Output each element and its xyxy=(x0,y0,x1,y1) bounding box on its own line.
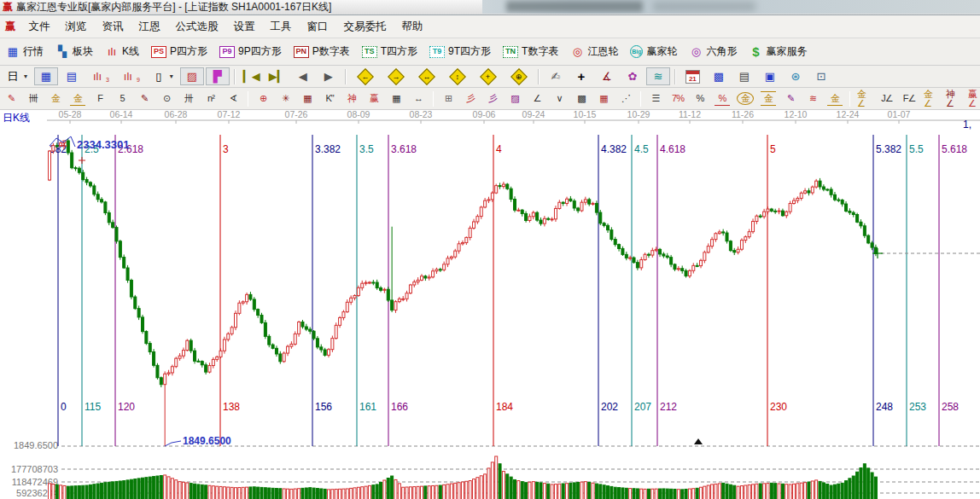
span-measure-button[interactable]: ↔ xyxy=(407,90,429,107)
step-back-button[interactable]: ◀ xyxy=(291,67,315,85)
grid-red-button[interactable]: ▦ xyxy=(592,90,615,107)
p-number-table-button[interactable]: PNP数字表 xyxy=(289,42,355,61)
menu-browse[interactable]: 浏览 xyxy=(58,19,95,34)
shen-angle-button[interactable]: 神∠ xyxy=(942,90,965,107)
period-daily-dropdown-icon[interactable]: ▾ xyxy=(24,73,27,80)
window-frame-button[interactable]: ⊞ xyxy=(437,90,459,107)
notes-button[interactable]: ▤ xyxy=(732,67,756,85)
f10-info-button[interactable]: ▤ xyxy=(60,67,84,85)
menu-trade-entrust[interactable]: 交易委托 xyxy=(336,19,394,34)
gann-grid-button[interactable]: ▦ xyxy=(34,67,58,85)
menu-tools[interactable]: 工具 xyxy=(263,19,300,34)
menu-news[interactable]: 资讯 xyxy=(95,19,131,34)
save-button[interactable]: ▣ xyxy=(758,67,782,85)
indicator-panel-button[interactable]: ☰ xyxy=(645,90,667,107)
zoom-all-button[interactable]: + xyxy=(474,67,503,87)
gold-angle-2-button[interactable]: 金∠ xyxy=(920,90,942,107)
j-angle-button[interactable]: J∠ xyxy=(876,90,898,107)
period-daily-button[interactable]: 日▾ xyxy=(1,67,32,85)
zoom-horizontal-button[interactable]: ↔ xyxy=(412,67,441,87)
shen-grid-button[interactable]: 神 xyxy=(341,90,363,107)
kline-chart[interactable]: 05-2806-1406-2807-1207-2608-0908-2309-06… xyxy=(0,110,980,499)
f-angle-button[interactable]: F∠ xyxy=(898,90,920,107)
wave-red-button[interactable]: ≋ xyxy=(802,90,824,107)
target-circle-button[interactable]: ⊕ xyxy=(252,90,274,107)
percent-red-button[interactable]: % xyxy=(711,90,733,108)
gold-square-2-button[interactable]: 金 xyxy=(67,90,89,108)
candle-style-dropdown-icon[interactable]: ▾ xyxy=(170,73,173,80)
percent-slope-button[interactable]: 7% xyxy=(667,90,689,107)
hand-pan-button[interactable]: ✍ xyxy=(544,67,568,85)
gann-wheel-button[interactable]: ◎江恩轮 xyxy=(565,42,623,61)
fan-box-button[interactable]: 彡 xyxy=(481,90,504,107)
winner-service-button[interactable]: $赢家服务 xyxy=(744,42,812,61)
bars-9-button[interactable]: ılı9 xyxy=(116,67,145,85)
t-square-button[interactable]: TST四方形 xyxy=(357,42,423,61)
gann-box-button[interactable]: ▨ xyxy=(180,67,204,85)
angle-measure-button[interactable]: ∡ xyxy=(595,67,619,85)
shift-right-button[interactable]: → xyxy=(382,67,411,87)
menu-formula-select[interactable]: 公式选股 xyxy=(168,19,226,34)
menu-settings[interactable]: 设置 xyxy=(226,19,263,34)
fence-2-button[interactable]: 卅 xyxy=(178,90,200,107)
net-box-button[interactable]: ▨ xyxy=(504,90,526,107)
menu-help[interactable]: 帮助 xyxy=(394,19,431,34)
menu-file[interactable]: 文件 xyxy=(21,19,58,34)
gold-circle-button[interactable]: 金 xyxy=(733,90,757,107)
move-all-button[interactable]: ⊕ xyxy=(505,67,534,87)
menu-window-menu[interactable]: 窗口 xyxy=(300,19,336,34)
calculator-button[interactable]: ▩ xyxy=(707,67,731,85)
star-burst-button[interactable]: ✳ xyxy=(274,90,296,107)
zoom-vertical-button[interactable]: ↕ xyxy=(443,67,472,87)
export-web-button[interactable]: ⊛ xyxy=(784,67,808,85)
purple-tool-button[interactable]: ✿ xyxy=(621,67,645,85)
gold-underline-button[interactable]: 金 xyxy=(824,90,846,108)
kline-button[interactable]: ılıK线 xyxy=(100,42,144,61)
bars-3-button[interactable]: ılı3 xyxy=(85,67,114,85)
color-histogram-button[interactable]: ▛ xyxy=(206,67,230,85)
gold-square-button[interactable]: 金 xyxy=(44,90,67,107)
pen-button[interactable]: ✎ xyxy=(0,90,22,107)
9p-square-button[interactable]: P99P四方形 xyxy=(214,42,287,61)
gold-square-icon: 金 xyxy=(48,92,63,105)
grid-123-button[interactable]: ▦ xyxy=(385,90,407,107)
time-circle-button[interactable]: ⊙ xyxy=(155,90,178,107)
mirror-angle-button[interactable]: ∢ xyxy=(222,90,244,107)
k-mark-button[interactable]: K" xyxy=(318,90,341,107)
hexagon-button[interactable]: ◎六角形 xyxy=(684,42,742,61)
five-square-button[interactable]: 5 xyxy=(111,90,133,107)
crosshair-button[interactable]: + xyxy=(569,67,593,85)
percent-button[interactable]: % xyxy=(689,90,711,107)
fan-lines-button[interactable]: 彡 xyxy=(459,90,481,107)
candle-style-button[interactable]: ▯▾ xyxy=(147,67,178,85)
wave-sketch-button[interactable]: ≋ xyxy=(646,67,670,85)
date-label: 12-24 xyxy=(837,110,860,119)
sector-button[interactable]: ▚板块 xyxy=(50,42,98,61)
slant-lines-button[interactable]: ⋰ xyxy=(615,90,637,107)
gold-lines-button[interactable]: 金 xyxy=(757,89,779,108)
p-square-button[interactable]: PSP四方形 xyxy=(146,42,213,61)
t-number-table-button[interactable]: TNT数字表 xyxy=(498,42,563,61)
n-square-button[interactable]: n² xyxy=(200,90,222,107)
menu-gann[interactable]: 江恩 xyxy=(131,19,168,34)
calendar-button[interactable]: 21 xyxy=(680,67,705,86)
grid-dark-button[interactable]: ▩ xyxy=(570,90,592,107)
gold-angle-button[interactable]: 金∠ xyxy=(854,90,876,107)
shift-left-button[interactable]: ← xyxy=(351,67,380,87)
ying-angle-button[interactable]: 赢∠ xyxy=(965,90,980,107)
ying-grid-button[interactable]: 赢 xyxy=(363,90,385,107)
jump-last-button[interactable]: ▶▎ xyxy=(265,67,289,85)
step-forward-button[interactable]: ▶ xyxy=(317,67,341,85)
pen-2-button[interactable]: ✎ xyxy=(133,90,155,107)
print-button[interactable]: ⊡ xyxy=(809,67,833,85)
jump-first-button[interactable]: ▎◀ xyxy=(240,67,264,85)
9t-square-button[interactable]: T99T四方形 xyxy=(424,42,496,61)
pen-stamp-button[interactable]: ✎ xyxy=(779,90,802,107)
winner-wheel-button[interactable]: Big赢家轮 xyxy=(625,42,682,61)
f-square-button[interactable]: F xyxy=(89,90,111,107)
gann-fence-button[interactable]: 卌 xyxy=(22,90,44,107)
quote-button[interactable]: ▦行情 xyxy=(1,42,49,61)
trend-angle-button[interactable]: ∠ xyxy=(526,90,548,107)
grid-target-button[interactable]: ▦ xyxy=(296,90,318,107)
zigzag-button[interactable]: ∨ xyxy=(548,90,570,107)
